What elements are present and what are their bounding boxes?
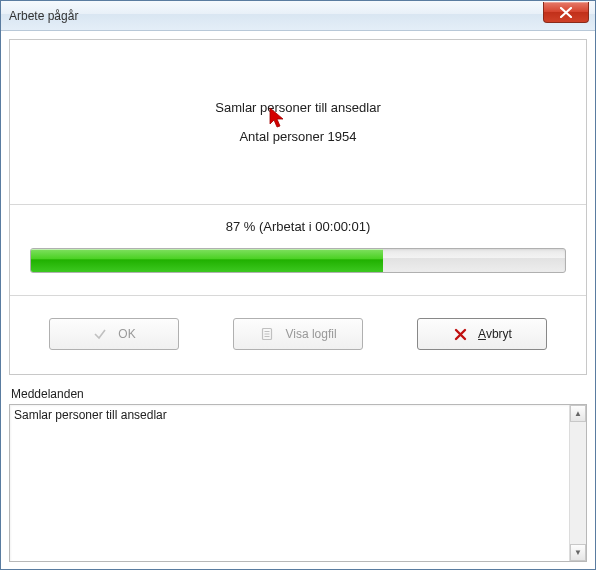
check-icon — [92, 326, 108, 342]
titlebar: Arbete pågår — [1, 1, 595, 31]
progress-bar — [30, 248, 566, 273]
main-panel: Samlar personer till ansedlar Antal pers… — [9, 39, 587, 375]
status-area: Samlar personer till ansedlar Antal pers… — [10, 40, 586, 205]
cancel-button[interactable]: Avbryt — [417, 318, 547, 350]
scroll-down-button[interactable]: ▼ — [570, 544, 586, 561]
ok-button: OK — [49, 318, 179, 350]
close-button[interactable] — [543, 2, 589, 23]
close-icon — [560, 7, 572, 18]
cancel-icon — [452, 326, 468, 342]
messages-section: Meddelanden Samlar personer till ansedla… — [9, 387, 587, 562]
progress-label: 87 % (Arbetat i 00:00:01) — [30, 219, 566, 234]
messages-content: Samlar personer till ansedlar — [14, 408, 566, 559]
progress-fill — [31, 249, 383, 272]
document-icon — [259, 326, 275, 342]
view-log-label: Visa logfil — [285, 327, 336, 341]
scroll-up-button[interactable]: ▲ — [570, 405, 586, 422]
cancel-label: Avbryt — [478, 327, 512, 341]
dialog-window: Arbete pågår Samlar personer till ansedl… — [0, 0, 596, 570]
button-row: OK Visa logfil — [10, 296, 586, 374]
view-log-button: Visa logfil — [233, 318, 363, 350]
status-text-2: Antal personer 1954 — [239, 129, 356, 144]
messages-box: Samlar personer till ansedlar ▲ ▼ — [9, 404, 587, 562]
scrollbar[interactable]: ▲ ▼ — [569, 405, 586, 561]
progress-area: 87 % (Arbetat i 00:00:01) — [10, 205, 586, 296]
window-title: Arbete pågår — [9, 9, 78, 23]
status-text-1: Samlar personer till ansedlar — [215, 100, 380, 115]
messages-label: Meddelanden — [9, 387, 587, 401]
ok-label: OK — [118, 327, 135, 341]
client-area: Samlar personer till ansedlar Antal pers… — [9, 39, 587, 561]
cancel-label-rest: vbryt — [486, 327, 512, 341]
